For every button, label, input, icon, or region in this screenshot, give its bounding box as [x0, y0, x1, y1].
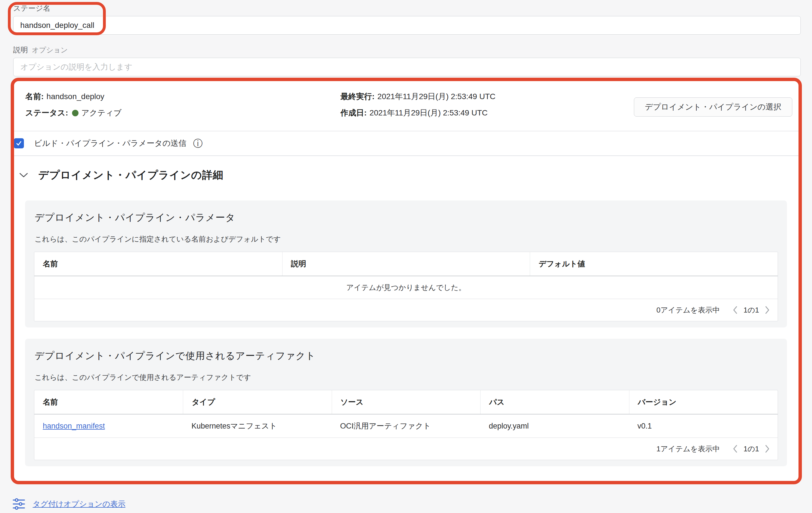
column-header-default: デフォルト値: [530, 252, 778, 276]
pipeline-name-label: 名前:: [25, 91, 44, 102]
info-icon[interactable]: ⓘ: [193, 138, 203, 148]
chevron-down-icon[interactable]: [19, 172, 28, 178]
deployment-pipeline-card: 名前: handson_deploy ステータス: アクティブ 最終実行: 20…: [13, 80, 799, 482]
artifact-name-link[interactable]: handson_manifest: [43, 422, 105, 431]
artifact-source: OCI汎用アーティファクト: [332, 414, 480, 437]
page-indicator: 1の1: [743, 444, 759, 454]
artifact-type: Kubernetesマニフェスト: [183, 414, 331, 437]
parameters-table: 名前 説明 デフォルト値 アイテムが見つかりませんでした。 0アイテムを表示中 …: [34, 252, 778, 321]
stage-name-field: ステージ名: [13, 3, 801, 35]
description-field: 説明 オプション: [13, 45, 801, 76]
tagging-options-row: タグ付けオプションの表示: [12, 497, 125, 511]
pipeline-status-label: ステータス:: [25, 108, 68, 118]
pagination-prev-icon[interactable]: [733, 444, 738, 453]
pipeline-details-section-header: デプロイメント・パイプラインの詳細: [13, 162, 799, 188]
last-run-row: 最終実行: 2021年11月29日(月) 2:53:49 UTC: [341, 88, 495, 105]
artifact-path: deploy.yaml: [480, 414, 629, 437]
last-run-label: 最終実行:: [341, 91, 375, 102]
empty-state-message: アイテムが見つかりませんでした。: [34, 276, 778, 299]
description-label: 説明: [13, 45, 28, 55]
created-label: 作成日:: [341, 108, 367, 118]
pipeline-summary: 名前: handson_deploy ステータス: アクティブ 最終実行: 20…: [13, 80, 799, 131]
parameters-panel: デプロイメント・パイプライン・パラメータ これらは、このパイプラインに指定されて…: [25, 200, 787, 327]
check-icon: [16, 140, 22, 147]
description-optional-label: オプション: [32, 45, 68, 55]
created-value: 2021年11月29日(月) 2:53:49 UTC: [370, 108, 488, 118]
select-deployment-pipeline-button[interactable]: デプロイメント・パイプラインの選択: [634, 98, 792, 116]
column-header-name: 名前: [34, 390, 183, 414]
created-row: 作成日: 2021年11月29日(月) 2:53:49 UTC: [341, 105, 495, 121]
pipeline-name-value: handson_deploy: [47, 92, 105, 101]
item-count: 1アイテムを表示中: [657, 444, 720, 454]
pipeline-details-title: デプロイメント・パイプラインの詳細: [38, 168, 223, 182]
pagination-next-icon[interactable]: [765, 306, 770, 314]
last-run-value: 2021年11月29日(月) 2:53:49 UTC: [377, 91, 495, 102]
artifacts-panel-subtitle: これらは、このパイプラインで使用されるアーティファクトです: [35, 373, 778, 382]
column-header-version: バージョン: [629, 390, 778, 414]
parameters-panel-title: デプロイメント・パイプライン・パラメータ: [35, 211, 778, 224]
status-badge: アクティブ: [81, 108, 121, 118]
pagination-prev-icon[interactable]: [733, 306, 738, 314]
parameters-panel-subtitle: これらは、このパイプラインに指定されている名前およびデフォルトです: [35, 234, 778, 244]
build-params-row: ビルド・パイプライン・パラメータの送信 ⓘ: [13, 131, 799, 156]
pipeline-status-row: ステータス: アクティブ: [25, 105, 341, 121]
status-active-dot: [72, 110, 79, 116]
artifacts-panel-title: デプロイメント・パイプラインで使用されるアーティファクト: [35, 349, 778, 362]
pipeline-name-row: 名前: handson_deploy: [25, 88, 341, 105]
parameters-table-footer: 0アイテムを表示中 1の1: [34, 299, 778, 321]
pagination: 1の1: [733, 305, 770, 315]
artifacts-table-header: 名前 タイプ ソース パス バージョン: [34, 390, 778, 414]
show-tagging-options-link[interactable]: タグ付けオプションの表示: [33, 499, 125, 509]
description-input[interactable]: [13, 58, 801, 76]
artifact-version: v0.1: [629, 414, 778, 437]
artifacts-table-footer: 1アイテムを表示中 1の1: [34, 438, 778, 460]
item-count: 0アイテムを表示中: [657, 305, 720, 315]
pagination: 1の1: [733, 444, 770, 454]
build-params-label: ビルド・パイプライン・パラメータの送信: [34, 138, 186, 148]
stage-name-input[interactable]: [13, 16, 801, 35]
column-header-name: 名前: [34, 252, 282, 276]
column-header-type: タイプ: [183, 390, 331, 414]
column-header-source: ソース: [332, 390, 480, 414]
deploy-stage-form-screen: ステージ名 説明 オプション 名前: handson_deploy ステータス:…: [0, 0, 812, 513]
sliders-icon: [12, 497, 25, 510]
column-header-path: パス: [480, 390, 629, 414]
build-params-checkbox[interactable]: [14, 138, 24, 148]
column-header-description: 説明: [282, 252, 530, 276]
artifacts-table: 名前 タイプ ソース パス バージョン handson_manifest Kub…: [34, 390, 778, 460]
pagination-next-icon[interactable]: [765, 444, 770, 453]
stage-name-label: ステージ名: [13, 3, 50, 13]
artifacts-panel: デプロイメント・パイプラインで使用されるアーティファクト これらは、このパイプラ…: [25, 339, 787, 466]
parameters-table-header: 名前 説明 デフォルト値: [34, 252, 778, 276]
page-indicator: 1の1: [743, 305, 759, 315]
table-row: handson_manifest Kubernetesマニフェスト OCI汎用ア…: [34, 414, 778, 438]
